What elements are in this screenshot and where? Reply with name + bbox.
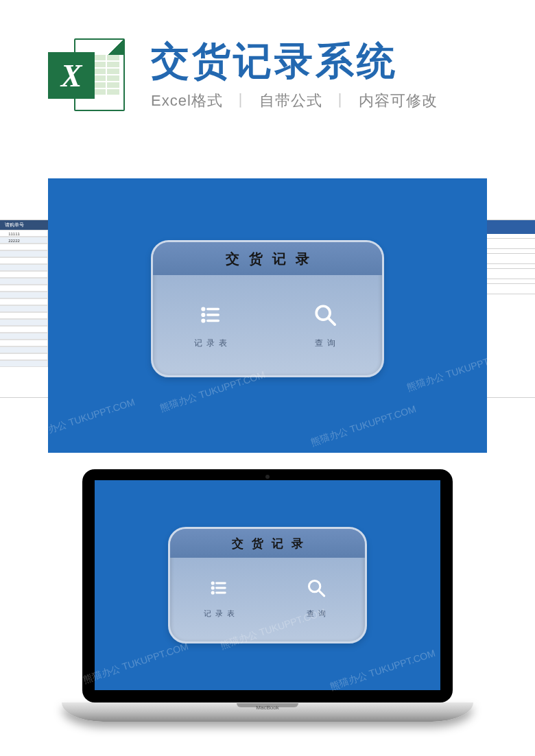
record-label: 记录表 (200, 609, 239, 619)
page-title: 交货记录系统 (151, 40, 508, 82)
excel-icon: X (48, 34, 137, 117)
svg-point-16 (309, 580, 320, 591)
sub-b: 自带公式 (259, 92, 322, 109)
svg-line-9 (329, 318, 335, 324)
page-subtitle: Excel格式 丨 自带公式 丨 内容可修改 (151, 91, 508, 111)
svg-point-13 (212, 582, 213, 583)
record-button[interactable]: 记录表 (153, 275, 268, 375)
panel-title: 交货记录 (153, 242, 382, 275)
query-label: 查询 (302, 609, 330, 619)
svg-point-14 (212, 587, 213, 588)
col-header: 请购单号 (0, 222, 48, 228)
watermark: 熊猫办公 TUKUPPT.COM (309, 403, 418, 449)
query-button[interactable]: 查询 (268, 275, 382, 375)
record-label: 记录表 (190, 338, 231, 349)
delivery-panel: 交货记录 记录表 查询 (168, 527, 367, 643)
svg-point-8 (316, 306, 330, 320)
watermark: 熊猫办公 TUKUPPT.COM (28, 397, 136, 442)
query-button[interactable]: 查询 (268, 558, 365, 637)
svg-line-17 (320, 591, 324, 595)
panel-title: 交货记录 (170, 529, 365, 558)
search-icon (305, 577, 327, 599)
delivery-panel: 交货记录 记录表 查询 (151, 240, 384, 377)
svg-point-5 (202, 308, 204, 310)
list-icon (198, 302, 224, 328)
template-preview: 交货记录 记录表 查询 熊猫办公 TUKUPPT.COM 熊猫办公 TUKUPP… (48, 178, 487, 453)
query-label: 查询 (311, 338, 340, 349)
record-button[interactable]: 记录表 (170, 558, 268, 637)
search-icon (312, 302, 338, 328)
list-icon (208, 577, 230, 599)
cell: 22222 (0, 237, 48, 244)
laptop-mockup: 交货记录 记录表 查询 熊猫办公 TU (62, 469, 473, 722)
laptop-brand: MacBook (256, 705, 278, 711)
svg-point-7 (202, 320, 204, 322)
svg-point-15 (212, 591, 213, 593)
sub-a: Excel格式 (151, 92, 223, 109)
sub-c: 内容可修改 (359, 92, 438, 109)
watermark: 熊猫办公 TUKUPPT.COM (329, 648, 437, 694)
svg-point-6 (202, 314, 204, 316)
watermark: 熊猫办公 TUKUPPT.COM (82, 641, 190, 687)
cell: 11111 (0, 230, 48, 237)
excel-badge: X (48, 52, 95, 99)
